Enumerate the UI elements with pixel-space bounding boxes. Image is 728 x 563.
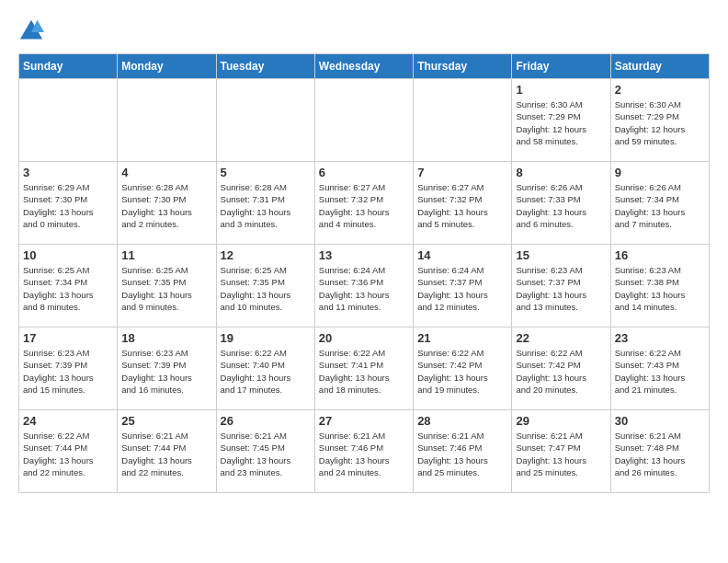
day-info: Sunrise: 6:29 AM Sunset: 7:30 PM Dayligh…	[23, 181, 113, 230]
calendar-cell: 9Sunrise: 6:26 AM Sunset: 7:34 PM Daylig…	[610, 162, 709, 245]
day-info: Sunrise: 6:25 AM Sunset: 7:35 PM Dayligh…	[121, 264, 211, 313]
day-number: 5	[221, 166, 311, 179]
day-number: 25	[121, 414, 211, 428]
day-info: Sunrise: 6:26 AM Sunset: 7:33 PM Dayligh…	[516, 181, 606, 230]
day-number: 6	[319, 166, 409, 179]
calendar-cell: 27Sunrise: 6:21 AM Sunset: 7:46 PM Dayli…	[314, 410, 413, 493]
day-info: Sunrise: 6:21 AM Sunset: 7:44 PM Dayligh…	[121, 430, 211, 478]
day-number: 29	[516, 414, 606, 428]
day-info: Sunrise: 6:21 AM Sunset: 7:45 PM Dayligh…	[221, 430, 311, 478]
calendar-header-row: SundayMondayTuesdayWednesdayThursdayFrid…	[19, 54, 710, 79]
day-info: Sunrise: 6:21 AM Sunset: 7:46 PM Dayligh…	[319, 430, 409, 478]
day-info: Sunrise: 6:23 AM Sunset: 7:37 PM Dayligh…	[516, 264, 606, 313]
day-number: 19	[221, 331, 311, 345]
day-number: 28	[417, 414, 507, 428]
calendar-cell: 6Sunrise: 6:27 AM Sunset: 7:32 PM Daylig…	[314, 162, 413, 245]
calendar-cell: 18Sunrise: 6:23 AM Sunset: 7:39 PM Dayli…	[118, 327, 216, 410]
calendar-cell: 20Sunrise: 6:22 AM Sunset: 7:41 PM Dayli…	[314, 327, 413, 410]
header-tuesday: Tuesday	[216, 54, 314, 79]
day-number: 23	[615, 331, 705, 345]
day-number: 1	[516, 83, 606, 97]
calendar-cell: 4Sunrise: 6:28 AM Sunset: 7:30 PM Daylig…	[118, 162, 216, 245]
header-sunday: Sunday	[19, 54, 118, 79]
calendar-cell: 2Sunrise: 6:30 AM Sunset: 7:29 PM Daylig…	[610, 79, 709, 162]
day-info: Sunrise: 6:27 AM Sunset: 7:32 PM Dayligh…	[319, 181, 409, 230]
calendar-cell: 19Sunrise: 6:22 AM Sunset: 7:40 PM Dayli…	[216, 327, 314, 410]
day-number: 16	[615, 248, 705, 262]
day-info: Sunrise: 6:27 AM Sunset: 7:32 PM Dayligh…	[417, 181, 507, 230]
logo	[18, 18, 48, 44]
day-info: Sunrise: 6:21 AM Sunset: 7:46 PM Dayligh…	[417, 430, 507, 478]
calendar-cell: 16Sunrise: 6:23 AM Sunset: 7:38 PM Dayli…	[610, 245, 709, 327]
day-info: Sunrise: 6:21 AM Sunset: 7:47 PM Dayligh…	[516, 430, 606, 478]
day-number: 2	[615, 83, 705, 97]
calendar-cell: 17Sunrise: 6:23 AM Sunset: 7:39 PM Dayli…	[19, 327, 118, 410]
day-number: 8	[516, 166, 606, 179]
day-info: Sunrise: 6:25 AM Sunset: 7:35 PM Dayligh…	[221, 264, 311, 313]
day-number: 21	[417, 331, 507, 345]
day-info: Sunrise: 6:28 AM Sunset: 7:31 PM Dayligh…	[221, 181, 311, 230]
day-number: 7	[417, 166, 507, 179]
calendar-cell: 30Sunrise: 6:21 AM Sunset: 7:48 PM Dayli…	[610, 410, 709, 493]
day-info: Sunrise: 6:22 AM Sunset: 7:40 PM Dayligh…	[221, 347, 311, 396]
calendar-cell: 10Sunrise: 6:25 AM Sunset: 7:34 PM Dayli…	[19, 245, 118, 327]
calendar-cell: 25Sunrise: 6:21 AM Sunset: 7:44 PM Dayli…	[118, 410, 216, 493]
week-row-3: 10Sunrise: 6:25 AM Sunset: 7:34 PM Dayli…	[19, 245, 710, 327]
day-number: 30	[615, 414, 705, 428]
day-number: 26	[221, 414, 311, 428]
day-info: Sunrise: 6:22 AM Sunset: 7:42 PM Dayligh…	[516, 347, 606, 396]
day-number: 13	[319, 248, 409, 262]
day-info: Sunrise: 6:22 AM Sunset: 7:44 PM Dayligh…	[23, 430, 113, 478]
page-header	[18, 18, 710, 44]
calendar-cell: 11Sunrise: 6:25 AM Sunset: 7:35 PM Dayli…	[118, 245, 216, 327]
day-number: 15	[516, 248, 606, 262]
day-info: Sunrise: 6:24 AM Sunset: 7:36 PM Dayligh…	[319, 264, 409, 313]
day-number: 4	[121, 166, 211, 179]
calendar-cell	[19, 79, 118, 162]
day-number: 24	[23, 414, 113, 428]
day-number: 11	[121, 248, 211, 262]
day-number: 22	[516, 331, 606, 345]
calendar-table: SundayMondayTuesdayWednesdayThursdayFrid…	[18, 53, 710, 493]
day-info: Sunrise: 6:25 AM Sunset: 7:34 PM Dayligh…	[23, 264, 113, 313]
day-number: 12	[221, 248, 311, 262]
header-wednesday: Wednesday	[314, 54, 413, 79]
calendar-cell: 28Sunrise: 6:21 AM Sunset: 7:46 PM Dayli…	[414, 410, 512, 493]
header-thursday: Thursday	[414, 54, 512, 79]
day-info: Sunrise: 6:22 AM Sunset: 7:42 PM Dayligh…	[417, 347, 507, 396]
header-monday: Monday	[118, 54, 216, 79]
day-info: Sunrise: 6:22 AM Sunset: 7:41 PM Dayligh…	[319, 347, 409, 396]
day-info: Sunrise: 6:30 AM Sunset: 7:29 PM Dayligh…	[615, 98, 705, 147]
day-info: Sunrise: 6:21 AM Sunset: 7:48 PM Dayligh…	[615, 430, 705, 478]
day-info: Sunrise: 6:30 AM Sunset: 7:29 PM Dayligh…	[516, 98, 606, 147]
calendar-cell	[118, 79, 216, 162]
logo-icon	[18, 18, 44, 44]
calendar-cell: 3Sunrise: 6:29 AM Sunset: 7:30 PM Daylig…	[19, 162, 118, 245]
day-info: Sunrise: 6:23 AM Sunset: 7:38 PM Dayligh…	[615, 264, 705, 313]
calendar-cell	[314, 79, 413, 162]
day-number: 27	[319, 414, 409, 428]
calendar-cell: 22Sunrise: 6:22 AM Sunset: 7:42 PM Dayli…	[512, 327, 610, 410]
calendar-cell: 12Sunrise: 6:25 AM Sunset: 7:35 PM Dayli…	[216, 245, 314, 327]
day-number: 3	[23, 166, 113, 179]
calendar-cell: 5Sunrise: 6:28 AM Sunset: 7:31 PM Daylig…	[216, 162, 314, 245]
header-saturday: Saturday	[610, 54, 709, 79]
day-info: Sunrise: 6:22 AM Sunset: 7:43 PM Dayligh…	[615, 347, 705, 396]
calendar-cell: 1Sunrise: 6:30 AM Sunset: 7:29 PM Daylig…	[512, 79, 610, 162]
calendar-cell: 8Sunrise: 6:26 AM Sunset: 7:33 PM Daylig…	[512, 162, 610, 245]
week-row-5: 24Sunrise: 6:22 AM Sunset: 7:44 PM Dayli…	[19, 410, 710, 493]
day-number: 20	[319, 331, 409, 345]
day-info: Sunrise: 6:26 AM Sunset: 7:34 PM Dayligh…	[615, 181, 705, 230]
calendar-cell: 13Sunrise: 6:24 AM Sunset: 7:36 PM Dayli…	[314, 245, 413, 327]
day-number: 10	[23, 248, 113, 262]
calendar-cell: 24Sunrise: 6:22 AM Sunset: 7:44 PM Dayli…	[19, 410, 118, 493]
day-info: Sunrise: 6:23 AM Sunset: 7:39 PM Dayligh…	[121, 347, 211, 396]
week-row-4: 17Sunrise: 6:23 AM Sunset: 7:39 PM Dayli…	[19, 327, 710, 410]
day-info: Sunrise: 6:24 AM Sunset: 7:37 PM Dayligh…	[417, 264, 507, 313]
week-row-1: 1Sunrise: 6:30 AM Sunset: 7:29 PM Daylig…	[19, 79, 710, 162]
header-friday: Friday	[512, 54, 610, 79]
day-number: 9	[615, 166, 705, 179]
calendar-cell: 14Sunrise: 6:24 AM Sunset: 7:37 PM Dayli…	[414, 245, 512, 327]
day-info: Sunrise: 6:23 AM Sunset: 7:39 PM Dayligh…	[23, 347, 113, 396]
calendar-cell: 15Sunrise: 6:23 AM Sunset: 7:37 PM Dayli…	[512, 245, 610, 327]
